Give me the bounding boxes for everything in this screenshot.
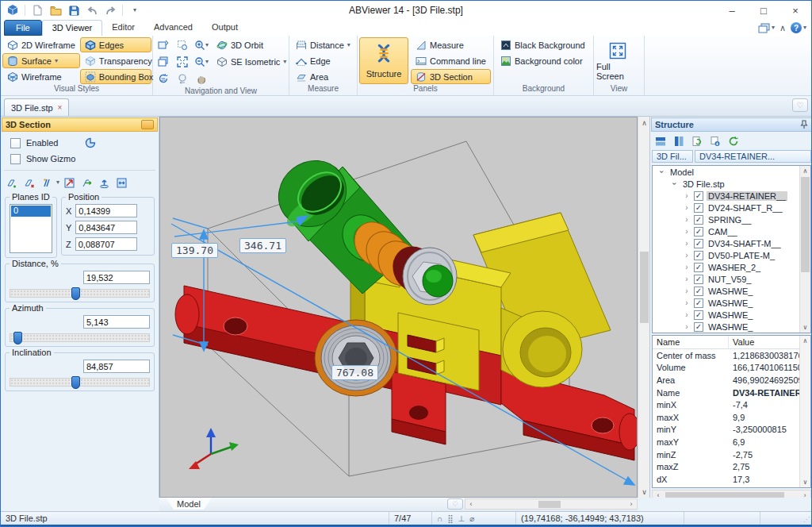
save-button[interactable]	[66, 3, 82, 17]
edge-button[interactable]: Edge	[291, 53, 355, 68]
tree-scrollbar[interactable]: ∧ ∨	[799, 166, 810, 333]
scroll-down-icon[interactable]: ∨	[800, 322, 810, 333]
chevron-collapsed-icon[interactable]: ›	[683, 263, 691, 271]
ortho-icon[interactable]: ⊥	[458, 514, 465, 523]
distance-slider[interactable]	[10, 289, 150, 298]
checkbox-checked-icon[interactable]: ✓	[694, 310, 703, 320]
align-top-button[interactable]	[96, 175, 112, 190]
properties-scrollbar[interactable]: ∧ ∨	[799, 336, 810, 487]
black-background-button[interactable]: Black Background	[496, 37, 590, 52]
property-row[interactable]: NameDV34-RETAINER__	[653, 387, 810, 399]
tree-item[interactable]: ›✓SPRING__	[653, 213, 810, 225]
checkbox-checked-icon[interactable]: ✓	[694, 251, 703, 260]
property-row[interactable]: minZ-2,75	[653, 448, 810, 461]
tree-item[interactable]: ›✓DV34-RETAINER__	[653, 190, 810, 202]
maximize-button[interactable]: □	[748, 1, 779, 20]
previous-view-button[interactable]	[174, 71, 191, 87]
tree-item[interactable]: ›✓WASHWE_	[653, 297, 810, 309]
3d-viewport[interactable]: 139.70 346.71 767.08	[159, 117, 638, 498]
property-row[interactable]: dX17,3	[653, 473, 810, 486]
property-row[interactable]: minY-3,250000815	[653, 424, 810, 437]
chevron-collapsed-icon[interactable]: ›	[683, 310, 691, 319]
checkbox-checked-icon[interactable]: ✓	[694, 322, 703, 332]
chevron-expanded-icon[interactable]: ›	[657, 168, 666, 176]
chevron-collapsed-icon[interactable]: ›	[683, 215, 691, 224]
zoom-in-button[interactable]: ▾	[193, 38, 210, 53]
show-gizmo-checkbox[interactable]	[10, 154, 21, 164]
name-column-header[interactable]: Name	[653, 336, 729, 348]
tree-item[interactable]: ›✓CAM__	[653, 225, 810, 237]
scroll-right-icon[interactable]: ›	[626, 500, 637, 508]
tree-item[interactable]: ›✓WASHER	[653, 333, 810, 333]
tab-advanced[interactable]: Advanced	[144, 20, 202, 36]
redo-button[interactable]	[102, 3, 118, 17]
tree-item[interactable]: ›✓WASHER_2_	[653, 261, 810, 273]
layout-list-button[interactable]: ♡	[447, 498, 463, 510]
resize-grip[interactable]: ⋰	[800, 512, 811, 525]
scroll-down-icon[interactable]: ∨	[638, 486, 650, 498]
minimize-button[interactable]: –	[716, 1, 748, 20]
checkbox-checked-icon[interactable]: ✓	[694, 298, 703, 308]
chevron-collapsed-icon[interactable]: ›	[683, 287, 691, 295]
background-color-button[interactable]: Background color	[496, 53, 590, 68]
caret-down-icon[interactable]: ▾	[56, 179, 59, 186]
property-row[interactable]: minX-7,4	[653, 398, 810, 411]
chevron-expanded-icon[interactable]: ›	[670, 180, 679, 188]
open-file-button[interactable]	[48, 3, 63, 17]
breadcrumb-root[interactable]: 3D Fil...	[652, 150, 693, 163]
layout-switch-button[interactable]: ▾	[758, 23, 775, 33]
measure-panel-button[interactable]: Measure	[411, 37, 491, 52]
distance-button[interactable]: Distance ▾	[291, 37, 355, 52]
new-viewport-button[interactable]	[155, 38, 172, 53]
distance-input[interactable]	[83, 271, 150, 284]
zoom-window-button[interactable]	[174, 38, 191, 53]
chevron-collapsed-icon[interactable]: ›	[683, 322, 691, 331]
undo-button[interactable]	[84, 3, 100, 17]
chevron-collapsed-icon[interactable]: ›	[683, 298, 691, 307]
export-structure-button[interactable]	[707, 134, 723, 149]
flip-normal-button[interactable]	[61, 175, 77, 190]
fit-section-button[interactable]	[113, 175, 129, 190]
model-layout-tab[interactable]: Model	[166, 498, 212, 510]
checkbox-checked-icon[interactable]: ✓	[694, 239, 703, 248]
columns-view-button[interactable]	[671, 134, 687, 149]
pin-icon[interactable]	[800, 120, 808, 129]
panel-menu-button[interactable]	[141, 120, 154, 129]
structure-panel-button[interactable]: Structure	[359, 37, 408, 84]
rows-view-button[interactable]	[653, 134, 668, 149]
checkbox-checked-icon[interactable]: ✓	[694, 215, 703, 225]
azimuth-input[interactable]	[83, 315, 150, 329]
area-button[interactable]: Area	[291, 69, 355, 84]
command-line-panel-button[interactable]: Command line	[411, 53, 491, 68]
checkbox-checked-icon[interactable]: ✓	[694, 287, 703, 296]
tree-item[interactable]: ›✓DV34-SHAFT-M__	[653, 237, 810, 249]
tree-node-file[interactable]: › 3D File.stp	[653, 178, 810, 190]
checkbox-checked-icon[interactable]: ✓	[694, 275, 703, 284]
scroll-up-icon[interactable]: ∧	[800, 166, 810, 176]
full-screen-button[interactable]: Full Screen	[596, 37, 640, 84]
view-preset-button[interactable]: SE Isometric ▾	[212, 55, 291, 70]
property-row[interactable]: maxY6,9	[653, 436, 810, 448]
tab-output[interactable]: Output	[202, 20, 247, 36]
tree-item[interactable]: ›✓WASHWE_	[653, 309, 810, 321]
transparency-button[interactable]: Transparency	[80, 53, 151, 68]
3d-orbit-button[interactable]: 3D Orbit	[212, 38, 268, 53]
surface-button[interactable]: Surface ▾	[2, 53, 80, 68]
tab-3d-viewer[interactable]: 3D Viewer	[42, 20, 103, 36]
azimuth-slider[interactable]	[10, 333, 150, 342]
position-z-input[interactable]	[75, 237, 137, 251]
zoom-out-button[interactable]: ▾	[193, 55, 210, 70]
2d-wireframe-button[interactable]: 2D Wireframe	[2, 37, 80, 52]
scrollbar-thumb[interactable]	[640, 252, 649, 323]
tab-file[interactable]: File	[4, 20, 42, 36]
property-row[interactable]: Area496,990246925092	[653, 374, 810, 387]
tab-editor[interactable]: Editor	[102, 20, 144, 36]
delete-plane-button[interactable]	[21, 175, 37, 190]
tree-item[interactable]: ›✓WASHWE_	[653, 321, 810, 333]
viewports-button[interactable]	[155, 55, 172, 70]
inclination-input[interactable]	[83, 360, 150, 373]
plane-item[interactable]: 0	[11, 206, 51, 217]
viewport-horizontal-scrollbar[interactable]: ‹ ›	[465, 498, 638, 510]
scroll-up-icon[interactable]: ∧	[638, 117, 650, 129]
new-document-button[interactable]	[29, 3, 45, 17]
